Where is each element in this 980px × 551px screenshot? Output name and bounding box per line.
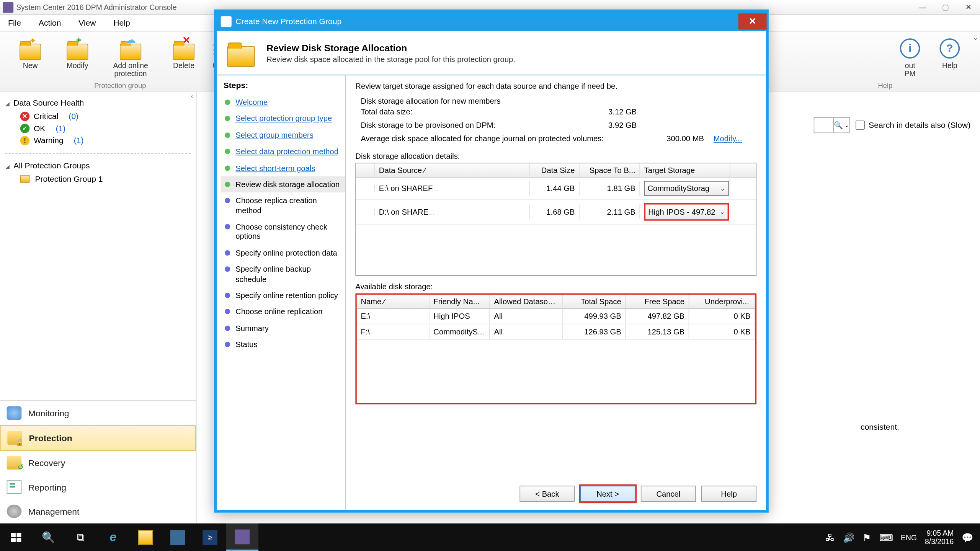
health-critical-row[interactable]: ✕ Critical (0): [5, 110, 191, 122]
col-space-to-be[interactable]: Space To B...: [580, 163, 640, 177]
step-bullet-icon: [225, 149, 230, 154]
dialog-titlebar[interactable]: Create New Protection Group ✕: [217, 12, 766, 31]
taskview-icon: ⧉: [77, 531, 84, 543]
menu-view[interactable]: View: [76, 17, 98, 29]
menu-file[interactable]: File: [5, 17, 24, 29]
step-bullet-icon: [225, 266, 230, 272]
col-data-size[interactable]: Data Size: [530, 163, 580, 177]
plus-icon: +: [76, 34, 82, 45]
allocation-details-grid: Data Source ⁄ Data Size Space To B... Ta…: [355, 163, 756, 276]
nav-management[interactable]: Management: [0, 499, 196, 523]
dialog-subheading: Review disk space allocated in the stora…: [266, 55, 515, 63]
col-total-space[interactable]: Total Space: [563, 295, 626, 308]
details-row-1[interactable]: D:\ on SHARE...1.68 GB2.11 GBHigh IPOS -…: [356, 200, 756, 225]
step-bullet-icon: [225, 165, 230, 171]
taskbar-explorer-button[interactable]: [129, 523, 162, 551]
nav-monitoring[interactable]: Monitoring: [0, 401, 196, 425]
step-2[interactable]: Select group members: [221, 127, 345, 143]
target-storage-select[interactable]: CommodityStorag⌄: [644, 181, 729, 196]
step-4[interactable]: Select short-term goals: [221, 160, 345, 176]
health-ok-row[interactable]: ✓ OK (1): [5, 122, 191, 135]
tray-notifications-icon[interactable]: 💬: [962, 532, 973, 543]
tray-network-icon[interactable]: 🖧: [825, 532, 835, 543]
x-icon: ✕: [182, 34, 191, 47]
powershell-icon: ≥: [203, 530, 217, 545]
nav-reporting[interactable]: Reporting: [0, 475, 196, 499]
toolbar-about-button-cut[interactable]: i out PM: [894, 34, 926, 78]
tray-flag-icon[interactable]: ⚑: [862, 532, 871, 543]
cancel-button[interactable]: Cancel: [641, 486, 696, 502]
ribbon-collapse-icon[interactable]: ⌄: [973, 34, 978, 41]
taskbar-server-manager-button[interactable]: [162, 523, 194, 551]
tree-data-source-health[interactable]: Data Source Health: [5, 98, 191, 108]
tree-all-protection-groups[interactable]: All Protection Groups: [5, 161, 191, 170]
toolbar-modify-button[interactable]: + Modify: [54, 34, 101, 69]
search-details-checkbox[interactable]: Search in details also (Slow): [855, 121, 970, 130]
cloud-icon: ☁: [125, 33, 136, 46]
app-icon: [3, 2, 13, 12]
menu-action[interactable]: Action: [36, 17, 64, 29]
window-maximize-button[interactable]: ▢: [934, 0, 957, 15]
taskbar-taskview-button[interactable]: ⧉: [65, 523, 97, 551]
svg-rect-3: [17, 538, 21, 542]
step-1[interactable]: Select protection group type: [221, 111, 345, 127]
alloc-section-heading: Disk storage allocation for new members: [361, 97, 756, 105]
nav-recovery[interactable]: Recovery: [0, 451, 196, 475]
toolbar-help-button[interactable]: ? Help: [926, 34, 973, 78]
target-storage-select[interactable]: High IPOS - 497.82⌄: [644, 203, 729, 221]
col-underprov[interactable]: Underprovi...: [689, 295, 755, 308]
tray-clock[interactable]: 9:05 AM8/3/2016: [925, 529, 954, 546]
search-box[interactable]: 🔍⌄: [813, 117, 850, 133]
left-nav: ‹ Data Source Health ✕ Critical (0) ✓ OK…: [0, 91, 196, 523]
toolbar-delete-button[interactable]: ✕ Delete: [160, 34, 207, 69]
details-row-0[interactable]: E:\ on SHAREF...1.44 GB1.81 GBCommodityS…: [356, 178, 756, 200]
col-free-space[interactable]: Free Space: [626, 295, 689, 308]
help-button[interactable]: Help: [701, 486, 756, 502]
menu-help[interactable]: Help: [111, 17, 132, 29]
taskbar-powershell-button[interactable]: ≥: [194, 523, 226, 551]
window-close-button[interactable]: ✕: [957, 0, 980, 15]
dialog-close-button[interactable]: ✕: [738, 13, 767, 29]
star-icon: ✦: [29, 36, 36, 46]
available-storage-grid: Name ⁄ Friendly Na... Allowed Datasou...…: [355, 293, 756, 404]
row-avg-journal: Average disk space allocated for change …: [361, 132, 756, 145]
ok-icon: ✓: [20, 124, 30, 134]
col-blank[interactable]: [356, 163, 375, 177]
taskbar-search-button[interactable]: 🔍: [32, 523, 64, 551]
step-3[interactable]: Select data protection method: [221, 143, 345, 160]
tray-keyboard-icon[interactable]: ⌨: [879, 532, 893, 543]
avail-row-1[interactable]: F:\CommodityS...All126.93 GB125.13 GB0 K…: [357, 324, 755, 339]
taskbar-ie-button[interactable]: e: [97, 523, 129, 551]
next-button[interactable]: Next >: [580, 486, 635, 502]
health-warning-row[interactable]: ! Warning (1): [5, 135, 191, 147]
step-0[interactable]: Welcome: [221, 94, 345, 111]
start-button[interactable]: [0, 523, 32, 551]
toolbar-new-button[interactable]: ✦ New: [7, 34, 54, 69]
step-bullet-icon: [225, 198, 230, 203]
reporting-icon: [7, 480, 22, 494]
chevron-down-icon: ⌄: [720, 209, 725, 215]
avail-row-0[interactable]: E:\High IPOSAll499.93 GB497.82 GB0 KB: [357, 309, 755, 324]
window-minimize-button[interactable]: —: [911, 0, 934, 15]
taskbar: 🔍 ⧉ e ≥ 🖧 🔊 ⚑ ⌨ ENG 9:05 AM8/3/2016 💬: [0, 523, 980, 551]
dialog-title: Create New Protection Group: [235, 17, 341, 26]
taskbar-dpm-button[interactable]: [226, 523, 258, 551]
nav-collapse-icon[interactable]: ‹: [191, 91, 193, 99]
protection-group-1[interactable]: Protection Group 1: [5, 173, 191, 185]
col-friendly-name[interactable]: Friendly Na...: [430, 295, 490, 308]
info-icon: i: [900, 38, 920, 59]
stray-text: consistent.: [861, 422, 899, 432]
modify-link[interactable]: Modify...: [714, 135, 742, 143]
toolbar-add-online-button[interactable]: ☁ Add online protection: [101, 34, 160, 78]
col-name[interactable]: Name ⁄: [357, 295, 430, 308]
search-input[interactable]: [814, 121, 833, 130]
tray-volume-icon[interactable]: 🔊: [843, 532, 854, 543]
col-data-source[interactable]: Data Source ⁄: [375, 163, 529, 177]
col-target-storage[interactable]: Target Storage: [640, 163, 730, 177]
tray-language[interactable]: ENG: [901, 533, 917, 541]
col-allowed[interactable]: Allowed Datasou...: [490, 295, 563, 308]
nav-protection[interactable]: Protection: [0, 425, 196, 451]
protection-icon: [7, 431, 22, 445]
back-button[interactable]: < Back: [519, 486, 575, 502]
search-button[interactable]: 🔍⌄: [833, 118, 849, 133]
